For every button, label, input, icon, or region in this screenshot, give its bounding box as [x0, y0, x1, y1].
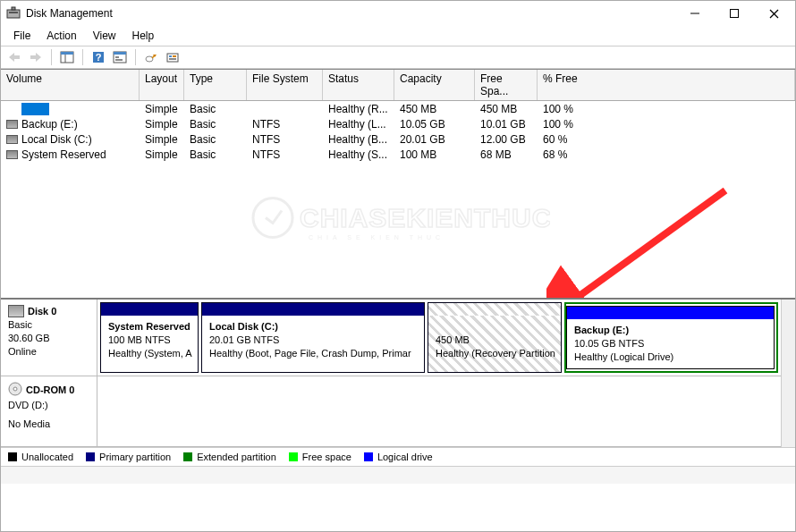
partition-name: Local Disk (C:)	[209, 320, 417, 334]
svg-text:CHIA SE KIEN THUC: CHIA SE KIEN THUC	[309, 234, 445, 241]
svg-rect-19	[169, 55, 172, 57]
disk-map: Disk 0 Basic 30.60 GB Online System Rese…	[1, 298, 795, 447]
volume-layout: Simple	[140, 148, 184, 161]
col-capacity[interactable]: Capacity	[394, 70, 475, 100]
svg-text:?: ?	[96, 52, 102, 63]
volume-capacity: 10.05 GB	[394, 118, 475, 131]
col-type[interactable]: Type	[184, 70, 247, 100]
volume-capacity: 450 MB	[394, 103, 475, 115]
partition-local-disk-c[interactable]: Local Disk (C:) 20.01 GB NTFS Healthy (B…	[201, 302, 425, 373]
volume-icon	[6, 120, 18, 129]
svg-rect-13	[114, 52, 126, 55]
legend-unallocated: Unallocated	[21, 452, 73, 462]
toolbar: ?	[1, 46, 795, 69]
legend-primary-icon	[86, 452, 95, 461]
svg-point-27	[13, 387, 17, 391]
svg-point-22	[253, 198, 292, 238]
disk-type: Basic	[8, 318, 89, 332]
properties-icon[interactable]	[112, 49, 128, 65]
col-layout[interactable]: Layout	[140, 70, 184, 100]
legend-unallocated-icon	[8, 452, 17, 461]
menu-action[interactable]: Action	[39, 28, 83, 44]
menu-view[interactable]: View	[86, 28, 123, 44]
volume-layout: Simple	[140, 103, 184, 115]
svg-rect-8	[61, 52, 73, 55]
partition-size: 20.01 GB NTFS	[209, 334, 417, 347]
disk-icon	[8, 305, 24, 317]
volume-list-body[interactable]: SimpleBasicHealthy (R...450 MB450 MB100 …	[1, 101, 795, 298]
show-hide-tree-icon[interactable]	[59, 49, 75, 65]
volume-fs: NTFS	[247, 148, 323, 161]
volume-row[interactable]: Local Disk (C:)SimpleBasicNTFSHealthy (B…	[1, 131, 795, 147]
legend: Unallocated Primary partition Extended p…	[1, 447, 795, 466]
back-icon	[6, 49, 22, 65]
status-bar	[1, 466, 795, 484]
menu-file[interactable]: File	[6, 28, 38, 44]
volume-icon	[6, 150, 18, 159]
partition-header	[428, 303, 561, 316]
menu-help[interactable]: Help	[125, 28, 162, 44]
toolbar-separator	[51, 49, 52, 65]
cdrom-type: DVD (D:)	[8, 399, 89, 412]
partition-status: Healthy (Logical Drive)	[574, 350, 766, 364]
cdrom-row[interactable]: CD-ROM 0 DVD (D:) No Media	[1, 376, 781, 447]
volume-type: Basic	[184, 133, 247, 146]
volume-list: Volume Layout Type File System Status Ca…	[1, 69, 795, 298]
volume-free: 10.01 GB	[475, 118, 538, 131]
arrow-annotation	[546, 182, 743, 298]
col-filesystem[interactable]: File System	[247, 70, 323, 100]
svg-line-25	[564, 190, 725, 298]
settings-icon[interactable]	[165, 49, 181, 65]
partition-backup-e[interactable]: Backup (E:) 10.05 GB NTFS Healthy (Logic…	[566, 306, 775, 369]
col-pctfree[interactable]: % Free	[538, 70, 795, 100]
col-freespace[interactable]: Free Spa...	[475, 70, 538, 100]
legend-logical: Logical drive	[377, 452, 433, 462]
cdrom-body	[97, 376, 781, 446]
svg-rect-20	[173, 55, 176, 57]
svg-rect-14	[115, 56, 119, 58]
volume-capacity: 100 MB	[394, 148, 475, 161]
volume-row[interactable]: SimpleBasicHealthy (R...450 MB450 MB100 …	[1, 101, 795, 116]
svg-rect-4	[731, 10, 739, 18]
volume-row[interactable]: System ReservedSimpleBasicNTFSHealthy (S…	[1, 147, 795, 162]
cdrom-state: No Media	[8, 418, 89, 431]
volume-free: 12.00 GB	[475, 133, 538, 146]
partition-name: System Reserved	[108, 320, 191, 334]
toolbar-separator	[82, 49, 83, 65]
partition-system-reserved[interactable]: System Reserved 100 MB NTFS Healthy (Sys…	[100, 302, 199, 373]
volume-fs: NTFS	[247, 118, 323, 131]
partition-status: Healthy (Boot, Page File, Crash Dump, Pr…	[209, 347, 417, 360]
column-headers: Volume Layout Type File System Status Ca…	[1, 70, 795, 101]
volume-status: Healthy (R...	[323, 103, 394, 115]
volume-icon	[6, 135, 18, 144]
disk-row[interactable]: Disk 0 Basic 30.60 GB Online System Rese…	[1, 300, 781, 376]
partition-container: System Reserved 100 MB NTFS Healthy (Sys…	[97, 300, 781, 376]
volume-status: Healthy (L...	[323, 118, 394, 131]
menu-bar: File Action View Help	[1, 26, 795, 46]
col-status[interactable]: Status	[323, 70, 394, 100]
refresh-icon[interactable]	[143, 49, 159, 65]
legend-freespace: Free space	[302, 452, 351, 462]
minimize-button[interactable]	[675, 1, 715, 26]
svg-text:CHIASEKIENTHUC: CHIASEKIENTHUC	[300, 203, 550, 232]
volume-name: System Reserved	[21, 148, 106, 161]
cdrom-label: CD-ROM 0	[26, 384, 74, 397]
maximize-button[interactable]	[715, 1, 754, 26]
cdrom-info[interactable]: CD-ROM 0 DVD (D:) No Media	[1, 376, 97, 446]
partition-header	[101, 303, 198, 316]
disk-info[interactable]: Disk 0 Basic 30.60 GB Online	[1, 300, 97, 376]
close-button[interactable]	[754, 1, 793, 26]
extended-partition: Backup (E:) 10.05 GB NTFS Healthy (Logic…	[564, 302, 778, 373]
help-icon[interactable]: ?	[90, 49, 106, 65]
legend-logical-icon	[364, 452, 373, 461]
partition-recovery[interactable]: 450 MB Healthy (Recovery Partition	[428, 302, 562, 373]
partition-size: 10.05 GB NTFS	[574, 337, 766, 350]
vertical-scrollbar[interactable]	[781, 300, 795, 447]
svg-rect-18	[167, 54, 178, 62]
svg-rect-15	[115, 59, 123, 61]
partition-header	[567, 307, 774, 319]
volume-name	[21, 103, 49, 115]
volume-status: Healthy (S...	[323, 148, 394, 161]
col-volume[interactable]: Volume	[1, 70, 140, 100]
volume-row[interactable]: Backup (E:)SimpleBasicNTFSHealthy (L...1…	[1, 116, 795, 131]
